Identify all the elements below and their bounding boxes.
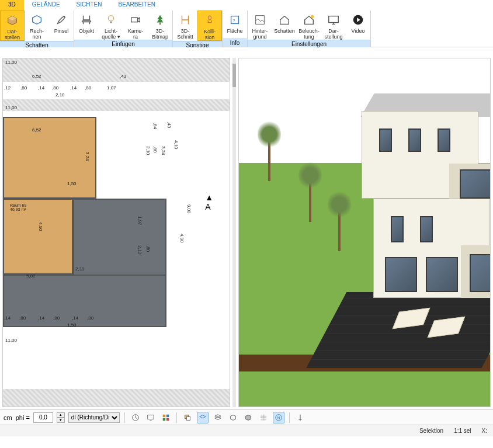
dim-label: ,43 — [166, 121, 172, 128]
lichtquelle-button[interactable]: Licht- quelle ▾ — [99, 11, 123, 40]
svg-rect-11 — [329, 16, 339, 23]
svg-marker-25 — [230, 415, 235, 420]
status-bar: Selektion 1:1 sel X: — [0, 425, 493, 436]
north-toggle-icon[interactable]: N — [273, 412, 284, 423]
hintergrund-label: Hinter- grund — [252, 28, 268, 40]
pane-splitter[interactable] — [232, 58, 236, 407]
cube-shadow-icon — [5, 13, 19, 27]
layers-flat-icon[interactable] — [197, 412, 209, 423]
schnitt3d-label: 3D- Schnitt — [177, 28, 193, 40]
background-icon — [253, 13, 267, 27]
grid-icon[interactable] — [258, 412, 269, 423]
lighting-icon — [302, 13, 316, 27]
svg-rect-15 — [148, 415, 154, 419]
monitor-icon[interactable] — [145, 412, 157, 423]
dim-label: 4,90 — [38, 222, 43, 231]
camera-icon — [129, 13, 143, 27]
group-sonstige: 3D- Schnitt Kolli- sion Sonstige — [173, 11, 223, 47]
svg-text:?: ? — [232, 18, 235, 23]
pinsel-button[interactable]: Pinsel — [49, 11, 74, 41]
svg-text:N: N — [277, 415, 280, 419]
workspace: 11,00 6,52 ,43 ,12 ,80 ,14 ,80 ,14 ,80 1… — [0, 47, 493, 409]
house-shadow-icon — [277, 13, 291, 27]
dim-label: 1,50 — [67, 322, 77, 328]
kollision-button[interactable]: Kolli- sion — [197, 11, 222, 41]
video-button[interactable]: Video — [346, 11, 370, 40]
status-x: X: — [482, 428, 487, 434]
pin-icon[interactable] — [294, 412, 306, 423]
objekt-label: Objekt — [79, 28, 94, 34]
objekt-button[interactable]: Objekt — [74, 11, 99, 40]
schnitt3d-button[interactable]: 3D- Schnitt — [173, 11, 197, 41]
svg-marker-23 — [215, 414, 221, 417]
dim-label: 2,10 — [55, 92, 65, 98]
darstellung-label: Dar- stellung — [324, 28, 342, 40]
svg-point-10 — [311, 15, 314, 19]
beleuchtung-label: Beleuch- tung — [298, 28, 320, 40]
dim-label: 5,02 — [26, 273, 36, 279]
dim-label: ,84 — [152, 123, 158, 129]
phi-spinner[interactable]: ▲ ▼ — [57, 412, 65, 423]
flaeche-label: Fläche — [227, 28, 242, 34]
bottom-toolbar: cm phi = ▲ ▼ dl (Richtung/Di N — [0, 409, 493, 425]
svg-point-6 — [208, 16, 211, 20]
north-arrow-icon: ▲A — [205, 193, 213, 211]
schatten-label: Schatten — [274, 28, 295, 34]
svg-rect-5 — [159, 23, 161, 25]
dim-label: 2,10 — [137, 245, 143, 255]
kamera-button[interactable]: Kame- ra — [123, 11, 148, 40]
phi-up-button[interactable]: ▲ — [57, 412, 65, 418]
phi-down-button[interactable]: ▼ — [57, 418, 65, 423]
layers-stack-icon[interactable] — [212, 412, 224, 423]
dim-label: ,14 — [70, 85, 77, 91]
dim-label: 9,00 — [186, 204, 192, 214]
brush-icon — [54, 13, 68, 27]
svg-marker-26 — [245, 415, 251, 420]
darstellung-button[interactable]: Dar- stellung — [321, 11, 346, 40]
svg-rect-19 — [166, 418, 169, 420]
render-view-3d[interactable] — [238, 58, 491, 407]
svg-rect-16 — [163, 414, 165, 416]
pinsel-label: Pinsel — [54, 28, 69, 34]
tab-bearbeiten[interactable]: BEARBEITEN — [110, 0, 164, 11]
clock-icon[interactable] — [130, 412, 141, 423]
svg-marker-24 — [215, 416, 221, 419]
flaeche-button[interactable]: ? Fläche — [223, 11, 247, 39]
hintergrund-button[interactable]: Hinter- grund — [248, 11, 272, 40]
section-icon — [178, 13, 192, 27]
schatten-button[interactable]: Schatten — [272, 11, 297, 40]
rechnen-button[interactable]: Rech- nen — [25, 11, 49, 41]
darstellen-label: Dar- stellen — [5, 29, 20, 40]
plan-view-2d[interactable]: 11,00 6,52 ,43 ,12 ,80 ,14 ,80 ,14 ,80 1… — [2, 58, 230, 407]
room-label: Raum 69 46,93 m² — [10, 203, 26, 211]
group-einfuegen: Objekt Licht- quelle ▾ Kame- ra — [74, 11, 173, 47]
dim-label: ,80 — [20, 85, 27, 91]
dim-label: ,43 — [120, 74, 126, 79]
swatch-icon[interactable] — [160, 412, 172, 423]
tab-sichten[interactable]: SICHTEN — [68, 0, 110, 11]
dim-label: ,80 — [145, 245, 151, 252]
dim-label: 4,10 — [173, 140, 179, 150]
cube-solid-icon[interactable] — [242, 412, 254, 423]
bitmap3d-button[interactable]: 3D- Bitmap — [148, 11, 172, 40]
svg-rect-21 — [186, 416, 190, 420]
status-scale: 1:1 sel — [454, 428, 471, 434]
dim-label: ,14 — [38, 315, 44, 321]
group-schatten: Dar- stellen Rech- nen Pinsel Schatten — [0, 11, 74, 47]
cube-outline-icon[interactable] — [227, 412, 239, 423]
layers-front-icon[interactable] — [182, 412, 193, 423]
beleuchtung-button[interactable]: Beleuch- tung — [297, 11, 321, 40]
splitter-handle-icon — [232, 64, 236, 87]
status-selektion: Selektion — [419, 428, 443, 434]
group-info-label: Info — [223, 39, 247, 47]
tree-icon — [153, 13, 167, 27]
dl-select[interactable]: dl (Richtung/Di — [68, 412, 120, 423]
darstellen-button[interactable]: Dar- stellen — [0, 11, 25, 41]
tab-gelaende[interactable]: GELÄNDE — [24, 0, 68, 11]
tab-3d[interactable]: 3D — [0, 0, 24, 11]
dim-label: ,80 — [53, 315, 60, 321]
phi-input[interactable] — [33, 412, 53, 423]
dim-label: ,12 — [4, 85, 11, 91]
svg-rect-17 — [166, 414, 169, 416]
group-einstellungen: Hinter- grund Schatten Beleuch- tung — [248, 11, 371, 47]
